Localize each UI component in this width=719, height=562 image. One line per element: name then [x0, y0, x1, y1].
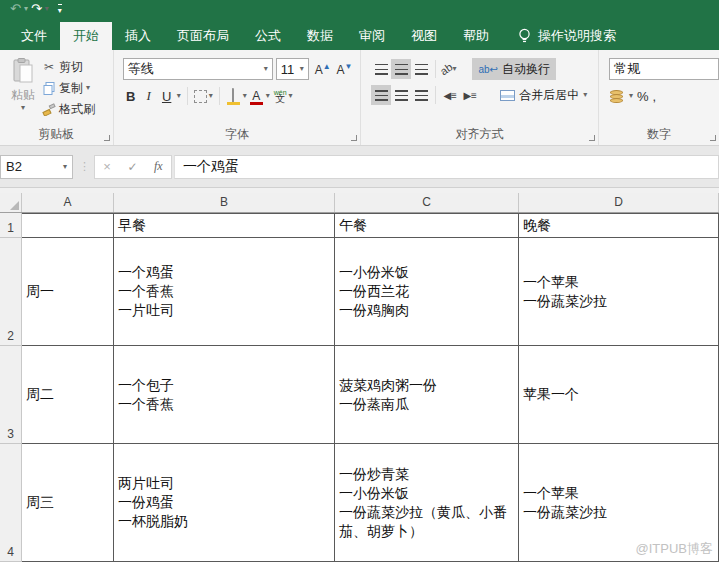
bottom-align-button[interactable]: [411, 59, 431, 79]
cell-D1[interactable]: 晚餐: [519, 213, 719, 238]
format-painter-button[interactable]: 格式刷: [42, 100, 95, 118]
name-box[interactable]: B2 ▾: [0, 155, 73, 179]
right-align-button[interactable]: [411, 85, 431, 105]
number-format-combobox[interactable]: 常规: [609, 58, 719, 80]
cell-C3[interactable]: 菠菜鸡肉粥一份 一份蒸南瓜: [335, 346, 519, 444]
font-name-dropdown-icon[interactable]: ▾: [264, 65, 268, 73]
formula-input[interactable]: 一个鸡蛋: [174, 155, 719, 179]
tab-home[interactable]: 开始: [60, 22, 112, 50]
fill-color-dropdown-icon[interactable]: ▾: [243, 92, 247, 100]
alignment-group-label: 对齐方式: [361, 126, 598, 143]
grid-rows: 1早餐午餐晚餐2周一一个鸡蛋 一个香蕉 一片吐司一小份米饭 一份西兰花 一份鸡胸…: [0, 213, 719, 562]
cell-B3[interactable]: 一个包子 一个香蕉: [114, 346, 335, 444]
tab-page-layout[interactable]: 页面布局: [164, 22, 242, 50]
tab-insert[interactable]: 插入: [112, 22, 164, 50]
number-dialog-launcher-icon[interactable]: [710, 135, 716, 141]
undo-dropdown-icon[interactable]: ▾: [24, 5, 28, 13]
redo-dropdown-icon[interactable]: ▾: [45, 5, 49, 13]
phonetic-guide-button[interactable]: wén 文: [274, 90, 287, 102]
column-header-A[interactable]: A: [22, 193, 114, 212]
cut-button[interactable]: ✂ 剪切: [42, 58, 95, 76]
wrap-text-button[interactable]: ab↩ 自动换行: [472, 58, 556, 80]
cell-A1[interactable]: [22, 213, 114, 238]
middle-align-button[interactable]: [391, 59, 411, 79]
insert-function-icon[interactable]: fx: [154, 159, 163, 174]
name-box-dropdown-icon[interactable]: ▾: [63, 163, 67, 171]
undo-icon[interactable]: ↶: [10, 2, 21, 16]
percent-style-button[interactable]: %: [637, 89, 649, 104]
tab-review[interactable]: 审阅: [346, 22, 398, 50]
row-header-4[interactable]: 4: [0, 444, 22, 562]
cell-B2[interactable]: 一个鸡蛋 一个香蕉 一片吐司: [114, 238, 335, 346]
top-align-button[interactable]: [371, 59, 391, 79]
tab-help[interactable]: 帮助: [450, 22, 502, 50]
shrink-font-button[interactable]: A▼: [337, 62, 353, 77]
font-color-button[interactable]: A: [249, 89, 264, 103]
left-align-button[interactable]: [371, 85, 391, 105]
grow-font-button[interactable]: A▲: [315, 62, 331, 77]
cell-D2[interactable]: 一个苹果 一份蔬菜沙拉: [519, 238, 719, 346]
center-align-button[interactable]: [391, 85, 411, 105]
column-header-B[interactable]: B: [114, 193, 335, 212]
tell-me-search[interactable]: 操作说明搜索: [518, 22, 616, 50]
row-header-3[interactable]: 3: [0, 346, 22, 444]
ribbon-tab-bar: 文件开始插入页面布局公式数据审阅视图帮助 操作说明搜索: [0, 18, 719, 50]
copy-dropdown-icon[interactable]: ▾: [86, 84, 90, 92]
cut-label: 剪切: [59, 59, 83, 76]
underline-dropdown-icon[interactable]: ▾: [177, 92, 181, 100]
select-all-corner[interactable]: [0, 193, 22, 212]
increase-indent-icon[interactable]: ▶≡: [460, 90, 480, 101]
bold-button[interactable]: B: [123, 89, 139, 104]
paste-button[interactable]: 粘贴 ▾: [4, 56, 42, 118]
customize-qat-icon[interactable]: ▾: [58, 4, 62, 15]
font-name-combobox[interactable]: 等线 ▾: [123, 58, 273, 80]
cell-D3[interactable]: 苹果一个: [519, 346, 719, 444]
tab-data[interactable]: 数据: [294, 22, 346, 50]
redo-icon[interactable]: ↷: [31, 2, 42, 16]
column-header-D[interactable]: D: [519, 193, 719, 212]
comma-style-button[interactable]: ,: [653, 89, 657, 104]
underline-button[interactable]: U: [159, 89, 175, 104]
format-painter-icon: [42, 103, 56, 116]
cancel-icon[interactable]: ×: [103, 159, 111, 174]
tab-file[interactable]: 文件: [8, 22, 60, 50]
paste-dropdown-icon[interactable]: ▾: [21, 104, 25, 112]
clipboard-dialog-launcher-icon[interactable]: [104, 135, 110, 141]
fill-color-button[interactable]: [226, 89, 241, 103]
borders-dropdown-icon[interactable]: ▾: [209, 92, 213, 100]
borders-icon[interactable]: [194, 90, 207, 103]
cell-A3[interactable]: 周二: [22, 346, 114, 444]
merge-center-button[interactable]: 合并后居中 ▾: [496, 84, 591, 106]
formula-bar: B2 ▾ ⋮ × ✓ fx 一个鸡蛋: [0, 146, 719, 188]
accounting-dropdown-icon[interactable]: ▾: [629, 92, 633, 100]
font-group: 等线 ▾ 11 ▾ A▲ A▼ B I U ▾ ▾ ▾: [114, 50, 361, 145]
row-header-2[interactable]: 2: [0, 238, 22, 346]
italic-button[interactable]: I: [141, 88, 157, 104]
cell-B4[interactable]: 两片吐司 一份鸡蛋 一杯脱脂奶: [114, 444, 335, 562]
font-size-combobox[interactable]: 11 ▾: [276, 58, 309, 80]
alignment-group: ab ▾ ab↩ 自动换行 ◀≡ ▶≡ 合并后居中 ▾: [361, 50, 599, 145]
decrease-indent-icon[interactable]: ◀≡: [440, 90, 460, 101]
accounting-format-icon[interactable]: [609, 90, 625, 103]
font-size-dropdown-icon[interactable]: ▾: [300, 65, 304, 73]
font-color-dropdown-icon[interactable]: ▾: [266, 92, 270, 100]
phonetic-dropdown-icon[interactable]: ▾: [289, 92, 293, 100]
tab-view[interactable]: 视图: [398, 22, 450, 50]
column-header-C[interactable]: C: [335, 193, 519, 212]
font-dialog-launcher-icon[interactable]: [351, 135, 357, 141]
cell-A2[interactable]: 周一: [22, 238, 114, 346]
cell-A4[interactable]: 周三: [22, 444, 114, 562]
paste-label: 粘贴: [11, 87, 35, 104]
enter-icon[interactable]: ✓: [127, 160, 137, 174]
tab-formulas[interactable]: 公式: [242, 22, 294, 50]
number-group-label: 数字: [599, 126, 719, 143]
cell-C2[interactable]: 一小份米饭 一份西兰花 一份鸡胸肉: [335, 238, 519, 346]
cell-C4[interactable]: 一份炒青菜 一小份米饭 一份蔬菜沙拉（黄瓜、小番茄、胡萝卜）: [335, 444, 519, 562]
wrap-text-icon: ab↩: [478, 64, 498, 75]
cell-C1[interactable]: 午餐: [335, 213, 519, 238]
merge-center-dropdown-icon[interactable]: ▾: [583, 91, 587, 99]
alignment-dialog-launcher-icon[interactable]: [589, 135, 595, 141]
row-header-1[interactable]: 1: [0, 213, 22, 238]
copy-button[interactable]: 复制 ▾: [42, 79, 95, 97]
cell-B1[interactable]: 早餐: [114, 213, 335, 238]
